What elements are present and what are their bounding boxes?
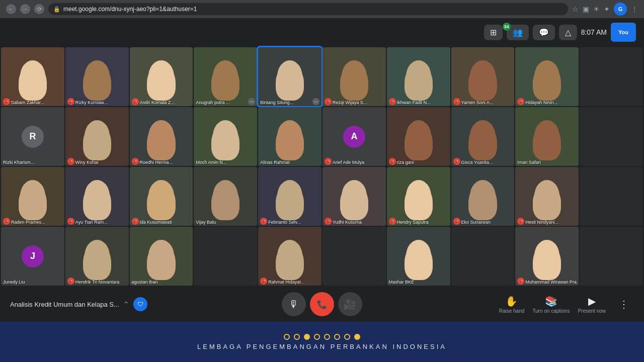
meeting-title: Analisis Kredit Umum dan Kelapa S... (10, 301, 119, 308)
muted-icon: 🎤 (389, 158, 396, 165)
captions-button[interactable]: 📚 Turn on captions (532, 295, 570, 314)
video-tile[interactable]: RRizki Kharism... (1, 107, 64, 166)
video-tile[interactable]: Ikhwan Fadli N...🎤 (387, 47, 450, 106)
back-button[interactable]: ← (6, 4, 16, 14)
present-button[interactable]: ▶ Present now (578, 295, 606, 314)
video-tile[interactable]: Alinas Rahmat (258, 107, 321, 166)
participant-name: Rizki Kharism... (3, 160, 35, 165)
address-bar[interactable]: 🔒 meet.google.com/dnu-xynj-aeo?pli=1&aut… (48, 3, 568, 15)
grid-view-button[interactable]: ⊞ (484, 25, 503, 40)
forward-button[interactable]: → (20, 4, 30, 14)
mute-button[interactable]: 🎙 (282, 292, 306, 316)
dots-decoration (284, 334, 360, 340)
bookmark-icon[interactable]: ☆ (572, 5, 579, 13)
video-tile[interactable]: Muhammad Wirawan Prab...🎤 (515, 227, 579, 286)
video-tile[interactable]: Raden Prames...🎤 (1, 167, 64, 226)
video-tile[interactable]: Hendrik Tri Novantara🎤 (65, 227, 129, 286)
video-tile[interactable]: AArief Ade Mulya🎤 (323, 107, 386, 166)
participant-name: Moch Amin N... (196, 160, 226, 165)
video-tile[interactable]: Rezqi Wijaya S...🎤 (323, 47, 386, 106)
video-tile[interactable]: Yamen Soni A...🎤 (451, 47, 515, 106)
video-tile[interactable]: Rahmat Hidayat...🎤 (258, 227, 321, 286)
meeting-title-area: Analisis Kredit Umum dan Kelapa S... ⌃ 🛡 (10, 297, 218, 311)
menu-dots-icon[interactable]: ⋮ (631, 5, 638, 13)
video-tile[interactable]: riza gani🎤 (387, 107, 450, 166)
muted-icon: 🎤 (67, 98, 74, 105)
participant-name: Hesti Nindyani... (525, 220, 558, 225)
participant-name: Arief Ade Mulya (333, 160, 364, 165)
participant-name: Rahmat Hidayat... (268, 280, 304, 285)
brand-name: LEMBAGA PENGEMBANGAN PERBANKAN INDONESIA (197, 343, 447, 350)
profile-avatar[interactable]: G (614, 3, 627, 16)
video-tile[interactable]: Yudhi Kusuma🎤 (323, 167, 386, 226)
end-call-button[interactable]: 📞 (310, 292, 334, 316)
participant-name: Andri Komala Z... (140, 100, 175, 105)
video-tile[interactable] (323, 227, 386, 286)
security-badge[interactable]: 🛡 (133, 297, 147, 311)
extensions-icon[interactable]: ☀ (593, 5, 600, 13)
video-tile[interactable]: Andri Komala Z...🎤 (130, 47, 193, 106)
video-tile[interactable]: JJunedy Liu (1, 227, 64, 286)
video-tile[interactable]: Rizky Kurniaw...🎤 (65, 47, 129, 106)
video-tile[interactable] (580, 167, 643, 226)
muted-icon: 🎤 (67, 158, 74, 165)
video-tile[interactable]: Bintang Situng...··· (258, 47, 321, 106)
participant-name: Hidayah Ninin... (525, 100, 557, 105)
video-tile[interactable]: Febrianto Selv...🎤 (258, 167, 321, 226)
video-tile[interactable] (580, 227, 643, 286)
dot-5 (324, 334, 330, 340)
lock-icon: 🔒 (53, 6, 60, 13)
video-tile[interactable] (580, 47, 643, 106)
video-tile[interactable]: Gisca Yuanita...🎤 (451, 107, 515, 166)
raise-hand-button[interactable]: ✋ Raise hand (499, 295, 525, 314)
grid-icon: ⊞ (490, 28, 497, 37)
present-label: Present now (578, 308, 606, 314)
dot-3 (304, 334, 310, 340)
video-tile[interactable]: Eko Sunarwan🎤 (451, 167, 515, 226)
puzzle-icon[interactable]: ✦ (604, 5, 610, 13)
video-tile[interactable]: Hendry Saputra🎤 (387, 167, 450, 226)
video-grid: Sabam Zakhar...🎤Rizky Kurniaw...🎤Andri K… (0, 46, 644, 287)
more-options-button[interactable]: ⋮ (614, 294, 634, 314)
video-tile[interactable] (580, 107, 643, 166)
participant-name: Ikhwan Fadli N... (397, 100, 431, 105)
video-tile[interactable]: Roedhi Herma...🎤 (130, 107, 193, 166)
browser-chrome: ← → ⟳ 🔒 meet.google.com/dnu-xynj-aeo?pli… (0, 0, 644, 18)
participant-name: Muhammad Wirawan Prab... (525, 280, 579, 285)
participants-button[interactable]: 👥 34 (507, 25, 529, 40)
video-tile[interactable]: Sabam Zakhar...🎤 (1, 47, 64, 106)
video-tile[interactable]: Hidayah Ninin...🎤 (515, 47, 579, 106)
video-tile[interactable]: Hesti Nindyani...🎤 (515, 167, 579, 226)
participant-name: Mashar BKE (389, 280, 415, 285)
muted-icon: 🎤 (325, 158, 332, 165)
activities-button[interactable]: △ (559, 25, 577, 40)
video-tile[interactable]: Mashar BKE (387, 227, 450, 286)
video-tile[interactable]: Moch Amin N... (194, 107, 257, 166)
video-tile[interactable] (451, 227, 515, 286)
video-tile[interactable]: Winy Kohar🎤 (65, 107, 129, 166)
chat-button[interactable]: 💬 (533, 25, 555, 40)
expand-icon[interactable]: ⌃ (123, 300, 129, 308)
participant-name: Winy Kohar (75, 160, 99, 165)
muted-icon: 🎤 (453, 158, 460, 165)
present-icon: ▶ (588, 295, 596, 307)
time-display: 8:07 AM (581, 28, 607, 36)
participant-name: Ayu Tiari Ram... (75, 220, 108, 225)
video-tile[interactable]: Vijay Balu (194, 167, 257, 226)
participant-name: agustan iban (132, 280, 158, 285)
cast-icon[interactable]: ▣ (583, 5, 589, 13)
activities-icon: △ (565, 28, 571, 37)
refresh-button[interactable]: ⟳ (34, 4, 44, 14)
participant-name: Febrianto Selv... (268, 220, 301, 225)
video-tile[interactable]: Anugrah putra ...··· (194, 47, 257, 106)
video-tile[interactable]: Ayu Tiari Ram...🎤 (65, 167, 129, 226)
video-tile[interactable] (194, 227, 257, 286)
video-tile[interactable]: Iman Safari (515, 107, 579, 166)
video-tile[interactable]: agustan iban (130, 227, 193, 286)
shield-icon: 🛡 (137, 301, 143, 308)
video-tile[interactable]: Ida Kusumawati🎤 (130, 167, 193, 226)
muted-icon: 🎤 (389, 218, 396, 225)
participant-name: Vijay Balu (196, 220, 216, 225)
camera-button[interactable]: 🎥 (338, 292, 362, 316)
chat-icon: 💬 (539, 28, 549, 37)
